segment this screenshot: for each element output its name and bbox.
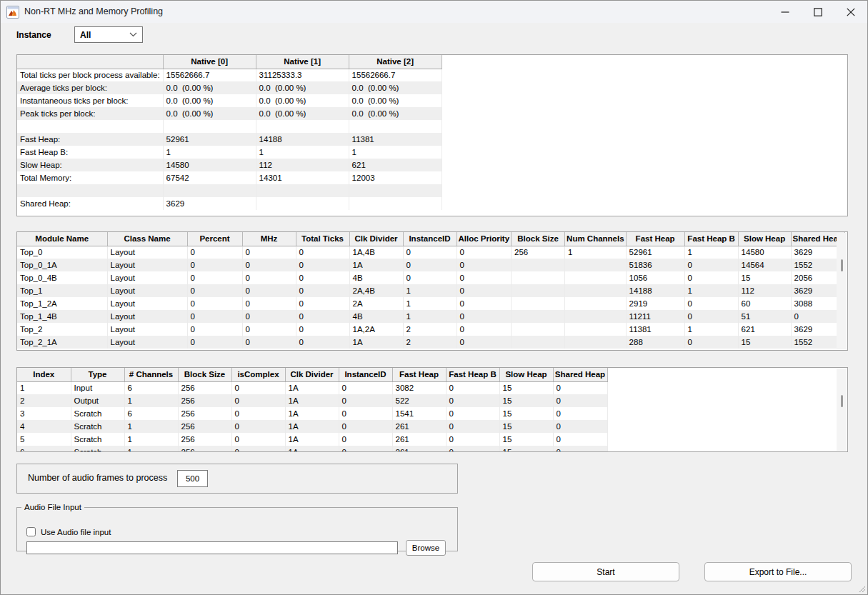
table-cell[interactable]: 0 bbox=[553, 394, 607, 407]
table-cell[interactable]: 1 bbox=[124, 420, 178, 433]
table-cell[interactable]: Top_0 bbox=[17, 246, 107, 259]
table-cell[interactable]: 1A bbox=[285, 381, 339, 394]
table-cell[interactable]: 261 bbox=[392, 433, 446, 446]
table-cell[interactable]: 6 bbox=[17, 446, 71, 452]
table-cell[interactable]: 0 bbox=[187, 271, 242, 284]
table-cell[interactable] bbox=[565, 310, 627, 323]
table-cell[interactable]: 1A bbox=[285, 394, 339, 407]
table-cell[interactable]: 256 bbox=[178, 394, 231, 407]
table-cell[interactable]: Layout bbox=[107, 259, 187, 271]
table-cell[interactable] bbox=[163, 120, 256, 133]
table-cell[interactable]: 1 bbox=[684, 323, 738, 336]
table-cell[interactable]: 288 bbox=[626, 336, 684, 349]
table-cell[interactable]: Layout bbox=[107, 297, 187, 310]
table-cell[interactable]: 0.0 (0.00 %) bbox=[163, 107, 256, 120]
table-cell[interactable]: Scratch bbox=[71, 446, 124, 452]
table-cell[interactable]: 1 bbox=[163, 146, 256, 159]
table-cell[interactable]: 1056 bbox=[626, 271, 684, 284]
audio-path-input[interactable] bbox=[26, 541, 398, 554]
table-cell[interactable]: 256 bbox=[178, 433, 231, 446]
table-cell[interactable]: 1A bbox=[285, 407, 339, 420]
table-cell[interactable]: 0 bbox=[553, 407, 607, 420]
table-cell[interactable]: 0 bbox=[457, 336, 512, 349]
table-cell[interactable] bbox=[349, 197, 442, 210]
table-cell[interactable]: 11211 bbox=[626, 310, 684, 323]
table-cell[interactable]: 1A bbox=[349, 259, 403, 271]
table-cell[interactable]: 0 bbox=[187, 246, 242, 259]
table-cell[interactable]: 1 bbox=[403, 310, 457, 323]
table-cell[interactable]: 15 bbox=[499, 407, 553, 420]
table-cell[interactable]: 0.0 (0.00 %) bbox=[163, 81, 256, 94]
table-cell[interactable]: 2 bbox=[403, 336, 457, 349]
table-cell[interactable]: 1 bbox=[565, 246, 627, 259]
table-cell[interactable]: 1A,4B bbox=[349, 246, 403, 259]
table-cell[interactable]: 6 bbox=[124, 407, 178, 420]
resize-grip[interactable] bbox=[857, 584, 866, 593]
table-cell[interactable]: 1 bbox=[403, 297, 457, 310]
table-cell[interactable]: 15 bbox=[499, 433, 553, 446]
table-cell[interactable]: 0.0 (0.00 %) bbox=[256, 107, 349, 120]
table-cell[interactable]: 0 bbox=[684, 310, 738, 323]
table-cell[interactable]: Layout bbox=[107, 271, 187, 284]
table-cell[interactable] bbox=[512, 336, 565, 349]
table-cell[interactable]: 256 bbox=[178, 381, 231, 394]
scrollbar-thumb[interactable] bbox=[841, 395, 843, 407]
table-cell[interactable]: Top_0_4B bbox=[17, 271, 107, 284]
maximize-button[interactable] bbox=[802, 1, 834, 23]
table-cell[interactable]: 0 bbox=[403, 259, 457, 271]
table-cell[interactable]: 0 bbox=[242, 284, 296, 297]
table-cell[interactable]: 12003 bbox=[349, 171, 442, 184]
table-cell[interactable]: 1A bbox=[285, 420, 339, 433]
table-cell[interactable]: 1A,2A bbox=[349, 323, 403, 336]
table-cell[interactable]: 11381 bbox=[349, 133, 442, 146]
table-cell[interactable]: 0 bbox=[187, 297, 242, 310]
table-cell[interactable]: 256 bbox=[178, 420, 231, 433]
table-cell[interactable] bbox=[17, 120, 163, 133]
table-cell[interactable]: 11381 bbox=[626, 323, 684, 336]
table-cell[interactable]: Top_0_1A bbox=[17, 259, 107, 271]
table-cell[interactable]: 4B bbox=[349, 310, 403, 323]
table-cell[interactable]: 5 bbox=[17, 433, 71, 446]
table-cell[interactable] bbox=[512, 259, 565, 271]
table-cell[interactable]: Layout bbox=[107, 284, 187, 297]
table-cell[interactable] bbox=[512, 297, 565, 310]
table-cell[interactable]: 51836 bbox=[626, 259, 684, 271]
table-cell[interactable]: 0 bbox=[242, 323, 296, 336]
table-cell[interactable]: 0 bbox=[403, 271, 457, 284]
buffer-table-scrollbar[interactable] bbox=[837, 369, 847, 451]
table-cell[interactable]: 52961 bbox=[626, 246, 684, 259]
table-cell[interactable]: 0 bbox=[457, 310, 512, 323]
table-cell[interactable] bbox=[512, 271, 565, 284]
table-cell[interactable]: 1 bbox=[403, 284, 457, 297]
minimize-button[interactable] bbox=[769, 1, 802, 23]
table-cell[interactable]: 0 bbox=[553, 446, 607, 452]
module-table-scrollbar[interactable] bbox=[837, 233, 847, 349]
table-cell[interactable]: 0 bbox=[457, 323, 512, 336]
table-cell[interactable]: 0 bbox=[553, 420, 607, 433]
table-cell[interactable]: Top_1_4B bbox=[17, 310, 107, 323]
table-cell[interactable]: 3629 bbox=[163, 197, 256, 210]
table-cell[interactable]: Total Memory: bbox=[17, 171, 163, 184]
table-cell[interactable] bbox=[256, 184, 349, 197]
table-cell[interactable]: 0 bbox=[231, 433, 285, 446]
table-cell[interactable]: 0 bbox=[296, 246, 349, 259]
table-cell[interactable]: 0 bbox=[187, 259, 242, 271]
table-cell[interactable]: 0 bbox=[339, 420, 392, 433]
table-cell[interactable]: 0.0 (0.00 %) bbox=[256, 94, 349, 107]
table-cell[interactable]: 15 bbox=[499, 381, 553, 394]
table-cell[interactable]: 0 bbox=[296, 259, 349, 271]
table-cell[interactable]: 261 bbox=[392, 446, 446, 452]
table-cell[interactable]: 15562666.7 bbox=[163, 69, 256, 81]
table-cell[interactable]: 0.0 (0.00 %) bbox=[349, 94, 442, 107]
table-cell[interactable]: Top_2 bbox=[17, 323, 107, 336]
table-cell[interactable]: Fast Heap: bbox=[17, 133, 163, 146]
table-cell[interactable]: Layout bbox=[107, 246, 187, 259]
table-cell[interactable]: 0.0 (0.00 %) bbox=[256, 81, 349, 94]
table-cell[interactable]: Layout bbox=[107, 336, 187, 349]
table-cell[interactable]: 0 bbox=[339, 381, 392, 394]
table-cell[interactable]: 0 bbox=[242, 246, 296, 259]
table-cell[interactable]: Total ticks per block process available: bbox=[17, 69, 163, 81]
table-cell[interactable] bbox=[565, 284, 627, 297]
table-cell[interactable]: 112 bbox=[256, 159, 349, 171]
table-cell[interactable]: 14580 bbox=[738, 246, 791, 259]
